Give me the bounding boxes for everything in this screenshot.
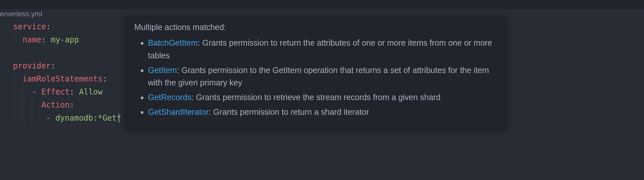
colon: :	[51, 61, 55, 70]
hover-action-item: BatchGetItem: Grants permission to retur…	[148, 37, 497, 62]
colon: :	[103, 74, 107, 83]
yaml-value: dynamodb:*Get*	[55, 113, 121, 123]
yaml-key: service	[13, 22, 46, 31]
tab-bar	[0, 0, 644, 9]
yaml-key: Action	[41, 100, 70, 110]
action-desc: : Grants permission to return the attrib…	[148, 38, 492, 60]
yaml-key: provider	[13, 61, 51, 70]
yaml-key: name	[22, 35, 41, 44]
hover-title: Multiple actions matched:	[134, 22, 497, 32]
action-name: GetShardIterator	[148, 107, 209, 116]
hover-action-item: GetShardIterator: Grants permission to r…	[148, 106, 497, 118]
colon: :	[41, 35, 46, 44]
dash: -	[46, 113, 55, 123]
text-cursor	[119, 113, 119, 123]
colon: :	[46, 22, 51, 31]
action-name: GetItem	[148, 66, 177, 75]
hover-tooltip: Multiple actions matched: BatchGetItem: …	[125, 16, 506, 128]
action-name: BatchGetItem	[148, 38, 198, 47]
yaml-key: Effect	[41, 87, 70, 97]
yaml-key: iamRoleStatements	[22, 74, 103, 83]
action-desc: : Grants permission to retrieve the stre…	[191, 93, 440, 102]
action-desc: : Grants permission to return a shard it…	[209, 107, 369, 116]
colon: :	[70, 100, 74, 110]
hover-action-item: GetItem: Grants permission to the GetIte…	[148, 64, 497, 89]
hover-action-item: GetRecords: Grants permission to retriev…	[148, 91, 497, 104]
hover-action-list: BatchGetItem: Grants permission to retur…	[134, 37, 497, 118]
action-desc: : Grants permission to the GetItem opera…	[148, 66, 489, 87]
colon: :	[70, 87, 74, 97]
yaml-value: Allow	[79, 87, 103, 97]
dash: -	[32, 87, 41, 97]
action-name: GetRecords	[148, 93, 191, 102]
yaml-value: my-app	[51, 35, 79, 44]
